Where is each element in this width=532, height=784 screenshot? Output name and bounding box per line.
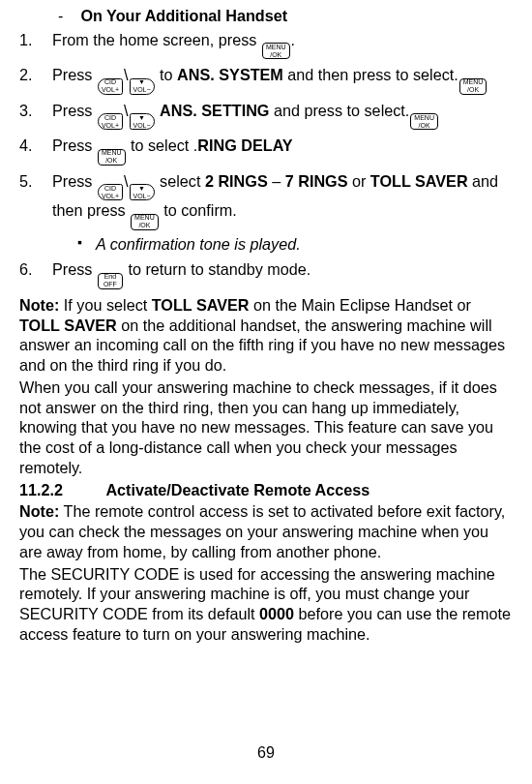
bold-text: RING DELAY: [197, 136, 292, 154]
note-1-extra: When you call your answering machine to …: [19, 377, 513, 478]
toll-saver-1: TOLL SAVER: [152, 296, 250, 314]
vol-down-key-icon: ▼VOL−: [130, 113, 155, 130]
text: \: [124, 102, 129, 119]
note-label: Note:: [19, 296, 59, 314]
end-off-key-icon: EndOFF: [98, 273, 123, 289]
text: and press: [269, 102, 346, 119]
bold-text: 2 RINGS: [205, 172, 268, 190]
vol-down-key-icon: ▼VOL−: [130, 184, 155, 200]
bold-text: TOLL SAVER: [370, 172, 468, 190]
text: and then press: [283, 66, 396, 83]
step-5: Press CIDVOL+\▼VOL− select 2 RINGS – 7 R…: [37, 171, 513, 255]
text: Press: [52, 66, 97, 83]
text: Press: [52, 136, 97, 154]
note-2-extra: The SECURITY CODE is used for accessing …: [19, 564, 513, 645]
text: to confirm.: [160, 201, 237, 219]
text: Press: [52, 102, 97, 119]
text: Press: [52, 172, 97, 190]
code-0000: 0000: [259, 605, 294, 622]
toll-saver-2: TOLL SAVER: [19, 317, 117, 334]
step-4: Press MENU/OK to select .RING DELAY: [37, 136, 513, 166]
section-heading: 11.2.2 Activate/Deactivate Remote Access: [19, 480, 513, 500]
note-text: The remote control access is set to acti…: [19, 502, 505, 559]
dash-bullet: -: [58, 6, 63, 26]
text: to select: [127, 136, 193, 154]
note-2: Note: The remote control access is set t…: [19, 501, 513, 561]
section-title: Activate/Deactivate Remote Access: [105, 481, 369, 498]
bold-text: ANS. SYSTEM: [177, 66, 283, 83]
bold-text: 7 RINGS: [285, 172, 348, 190]
sub-heading: - On Your Additional Handset: [19, 6, 513, 26]
text: Press: [52, 260, 97, 278]
confirmation-note: ▪A confirmation tone is played.: [77, 234, 513, 255]
menu-ok-key-icon: MENU/OK: [131, 214, 159, 230]
bullet-icon: ▪: [77, 234, 82, 255]
note-text: If you select: [59, 296, 151, 314]
vol-up-key-icon: CIDVOL+: [98, 184, 123, 200]
note-1: Note: If you select TOLL SAVER on the Ma…: [19, 295, 513, 376]
text: to return to standby mode.: [124, 260, 310, 278]
menu-ok-key-icon: MENU/OK: [410, 113, 438, 130]
bold-text: ANS. SETTING: [160, 102, 269, 119]
text: to select.: [347, 102, 410, 119]
text: or: [347, 172, 369, 190]
text: select: [156, 172, 205, 190]
step-6: Press EndOFF to return to standby mode.: [37, 259, 513, 289]
step-2: Press CIDVOL+\▼VOL− to ANS. SYSTEM and t…: [37, 65, 513, 95]
step-3: Press CIDVOL+\▼VOL− ANS. SETTING and pre…: [37, 101, 513, 131]
menu-ok-key-icon: MENU/OK: [262, 43, 290, 59]
text: to: [156, 66, 178, 83]
page-number: 69: [0, 743, 532, 763]
vol-up-key-icon: CIDVOL+: [98, 78, 123, 95]
menu-ok-key-icon: MENU/OK: [459, 78, 488, 95]
heading-text: On Your Additional Handset: [80, 6, 287, 26]
section-number: 11.2.2: [19, 481, 63, 498]
vol-down-key-icon: ▼VOL−: [130, 78, 155, 95]
text: \: [124, 172, 129, 190]
step-1: From the home screen, press MENU/OK.: [37, 30, 513, 60]
text: –: [268, 172, 285, 190]
step-list: From the home screen, press MENU/OK.Pres…: [19, 30, 513, 289]
note-label: Note:: [19, 502, 59, 520]
text: From the home screen, press: [52, 31, 261, 48]
note-text: on the Main Eclipse Handset or: [250, 296, 471, 314]
text: \: [124, 66, 129, 83]
text: to select.: [396, 66, 458, 83]
text: .: [291, 31, 296, 48]
vol-up-key-icon: CIDVOL+: [98, 113, 123, 130]
menu-ok-key-icon: MENU/OK: [98, 149, 126, 166]
confirmation-text: A confirmation tone is played.: [96, 234, 301, 255]
